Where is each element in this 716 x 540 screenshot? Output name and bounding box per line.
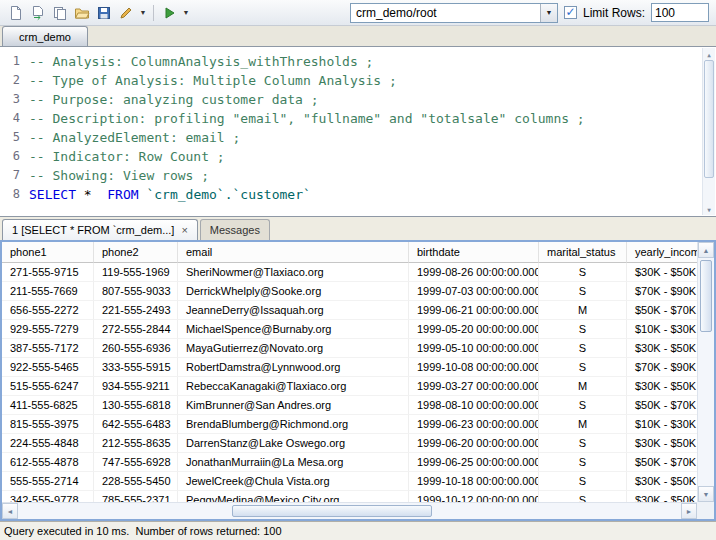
edit-icon[interactable]: [115, 2, 137, 23]
table-cell: 342-555-9778: [2, 491, 94, 502]
scrollbar-thumb[interactable]: [700, 260, 712, 332]
table-cell: 130-555-6818: [94, 396, 178, 415]
table-cell: JeanneDerry@Issaquah.org: [178, 301, 409, 320]
line-number: 5: [0, 128, 20, 147]
table-cell: $50K - $70K: [627, 301, 697, 320]
table-cell: 1999-06-25 00:00:00.000: [409, 453, 539, 472]
table-header-cell[interactable]: email: [178, 242, 409, 263]
scroll-down-icon[interactable]: ▼: [703, 203, 715, 215]
horizontal-scrollbar[interactable]: ◄ ►: [2, 502, 697, 519]
chevron-down-icon[interactable]: ▼: [137, 2, 149, 23]
tab-crm-demo[interactable]: crm_demo: [2, 26, 88, 46]
editor-vertical-scrollbar[interactable]: ▲ ▼: [702, 48, 715, 215]
scroll-right-icon[interactable]: ►: [681, 503, 697, 519]
table-cell: SheriNowmer@Tlaxiaco.org: [178, 263, 409, 282]
table-header-cell[interactable]: phone1: [2, 242, 94, 263]
table-cell: KimBrunner@San Andres.org: [178, 396, 409, 415]
scroll-down-icon[interactable]: ▼: [698, 486, 714, 502]
table-row[interactable]: 815-555-3975642-555-6483BrendaBlumberg@R…: [2, 415, 697, 434]
table-row[interactable]: 515-555-6247934-555-9211RebeccaKanagaki@…: [2, 377, 697, 396]
table-cell: 1999-10-18 00:00:00.000: [409, 472, 539, 491]
table-row[interactable]: 342-555-9778785-555-2371PeggyMedina@Mexi…: [2, 491, 697, 502]
table-cell: $30K - $50K: [627, 472, 697, 491]
table-cell: JonathanMurraiin@La Mesa.org: [178, 453, 409, 472]
table-row[interactable]: 224-555-4848212-555-8635DarrenStanz@Lake…: [2, 434, 697, 453]
table-header-cell[interactable]: yearly_income: [627, 242, 697, 263]
status-bar: Query executed in 10 ms. Number of rows …: [0, 521, 716, 540]
open-file-icon[interactable]: [71, 2, 93, 23]
table-cell: 387-555-7172: [2, 339, 94, 358]
results-header-row: phone1phone2emailbirthdatemarital_status…: [2, 242, 697, 263]
results-tab-label: Messages: [210, 224, 260, 236]
table-cell: RebeccaKanagaki@Tlaxiaco.org: [178, 377, 409, 396]
connection-combo[interactable]: crm_demo/root ▼: [350, 3, 558, 23]
table-header-cell[interactable]: marital_status: [539, 242, 627, 263]
table-row[interactable]: 929-555-7279272-555-2844MichaelSpence@Bu…: [2, 320, 697, 339]
table-cell: 807-555-9033: [94, 282, 178, 301]
table-cell: S: [539, 396, 627, 415]
sql-editor[interactable]: 1-- Analysis: ColumnAnalysis_withThresho…: [0, 47, 716, 217]
chevron-down-icon[interactable]: ▼: [180, 2, 192, 23]
table-cell: 221-555-2493: [94, 301, 178, 320]
run-query-icon[interactable]: [158, 2, 180, 23]
table-cell: 785-555-2371: [94, 491, 178, 502]
results-grid[interactable]: phone1phone2emailbirthdatemarital_status…: [2, 242, 697, 502]
limit-rows-label: Limit Rows:: [583, 6, 645, 20]
table-header-cell[interactable]: birthdate: [409, 242, 539, 263]
scrollbar-corner: [697, 502, 714, 519]
table-cell: 411-555-6825: [2, 396, 94, 415]
table-row[interactable]: 211-555-7669807-555-9033DerrickWhelply@S…: [2, 282, 697, 301]
table-row[interactable]: 922-555-5465333-555-5915RobertDamstra@Ly…: [2, 358, 697, 377]
table-cell: 1999-06-23 00:00:00.000: [409, 415, 539, 434]
table-cell: $10K - $30K: [627, 415, 697, 434]
line-number: 8: [0, 185, 20, 204]
table-cell: 934-555-9211: [94, 377, 178, 396]
results-tab[interactable]: Messages: [200, 219, 270, 240]
export-icon[interactable]: [27, 2, 49, 23]
save-icon[interactable]: [93, 2, 115, 23]
table-cell: 642-555-6483: [94, 415, 178, 434]
scrollbar-thumb[interactable]: [704, 60, 714, 178]
code-text: -- Analysis: ColumnAnalysis_withThreshol…: [29, 52, 373, 71]
table-cell: 555-555-2714: [2, 472, 94, 491]
table-cell: 224-555-4848: [2, 434, 94, 453]
scroll-left-icon[interactable]: ◄: [2, 503, 18, 519]
table-cell: PeggyMedina@Mexico City.org: [178, 491, 409, 502]
table-cell: MichaelSpence@Burnaby.org: [178, 320, 409, 339]
vertical-scrollbar[interactable]: ▲ ▼: [697, 242, 714, 502]
code-text: -- AnalyzedElement: email ;: [29, 128, 240, 147]
copy-icon[interactable]: [49, 2, 71, 23]
results-tab-label: 1 [SELECT * FROM `crm_dem...]: [12, 224, 174, 236]
editor-tab-bar: crm_demo: [0, 26, 716, 47]
table-header-cell[interactable]: phone2: [94, 242, 178, 263]
table-row[interactable]: 387-555-7172260-555-6936MayaGutierrez@No…: [2, 339, 697, 358]
table-cell: S: [539, 282, 627, 301]
new-sql-editor-icon[interactable]: [5, 2, 27, 23]
chevron-down-icon[interactable]: ▼: [540, 4, 557, 22]
table-cell: 1999-10-12 00:00:00.000: [409, 491, 539, 502]
limit-rows-checkbox[interactable]: ✓: [564, 6, 577, 19]
table-cell: $30K - $50K: [627, 263, 697, 282]
table-cell: 211-555-7669: [2, 282, 94, 301]
table-cell: 656-555-2272: [2, 301, 94, 320]
table-row[interactable]: 555-555-2714228-555-5450JewelCreek@Chula…: [2, 472, 697, 491]
results-tab[interactable]: 1 [SELECT * FROM `crm_dem...]×: [2, 219, 198, 240]
scroll-up-icon[interactable]: ▲: [698, 242, 714, 258]
table-cell: M: [539, 415, 627, 434]
table-cell: 1998-08-10 00:00:00.000: [409, 396, 539, 415]
line-number: 3: [0, 90, 20, 109]
editor-line: 7-- Showing: View rows ;: [0, 166, 716, 185]
editor-line: 1-- Analysis: ColumnAnalysis_withThresho…: [0, 52, 716, 71]
table-cell: BrendaBlumberg@Richmond.org: [178, 415, 409, 434]
close-tab-icon[interactable]: ×: [181, 225, 187, 236]
limit-rows-input[interactable]: [651, 3, 709, 22]
line-number: 7: [0, 166, 20, 185]
scrollbar-thumb[interactable]: [232, 505, 432, 517]
table-row[interactable]: 411-555-6825130-555-6818KimBrunner@San A…: [2, 396, 697, 415]
scroll-up-icon[interactable]: ▲: [703, 48, 715, 60]
table-row[interactable]: 271-555-9715119-555-1969SheriNowmer@Tlax…: [2, 263, 697, 282]
table-cell: 228-555-5450: [94, 472, 178, 491]
table-row[interactable]: 656-555-2272221-555-2493JeanneDerry@Issa…: [2, 301, 697, 320]
table-row[interactable]: 612-555-4878747-555-6928JonathanMurraiin…: [2, 453, 697, 472]
results-table-container: phone1phone2emailbirthdatemarital_status…: [0, 240, 716, 521]
